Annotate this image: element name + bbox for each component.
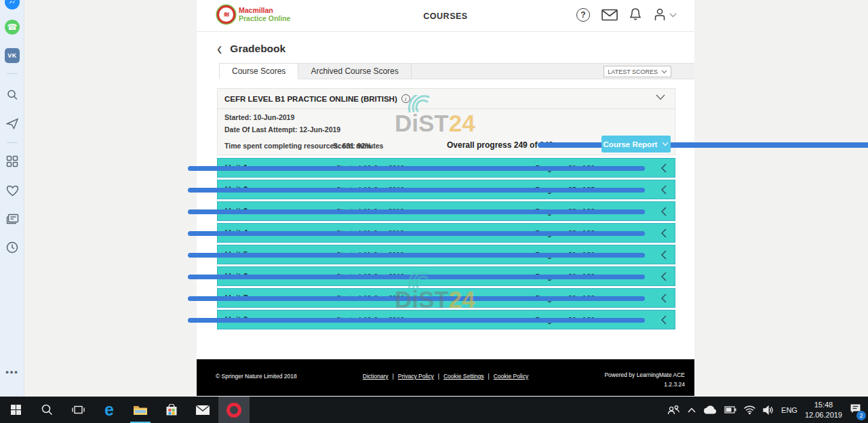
browser-viewport: ≋ Macmillan Practice Online COURSES ? — [24, 0, 868, 397]
chevron-left-icon[interactable] — [661, 315, 667, 325]
back-icon[interactable]: ‹ — [217, 41, 222, 58]
wifi-icon[interactable] — [744, 405, 755, 414]
vk-icon[interactable]: VK — [0, 47, 24, 64]
chevron-left-icon[interactable] — [661, 294, 667, 303]
whatsapp-icon[interactable]: ☎ — [0, 19, 24, 35]
site-header: ≋ Macmillan Practice Online COURSES ? — [197, 0, 694, 32]
start-icon[interactable] — [0, 397, 31, 423]
tab-strip: Course Scores Archived Course Scores LAT… — [219, 63, 694, 79]
news-icon[interactable] — [0, 211, 24, 227]
unit-row[interactable]: Unit 1 Started:10-Jun-2019 Progress 31 o… — [217, 158, 675, 178]
sidebar-divider — [7, 142, 18, 143]
unit-row[interactable]: Unit 3 Started:11-Jun-2019 Progress 32 o… — [217, 201, 675, 221]
tray-time: 15:48 — [805, 400, 842, 410]
task-view-icon[interactable] — [62, 397, 94, 423]
course-panel-header[interactable]: CEFR LEVEL B1 PRACTICE ONLINE (BRITISH) … — [218, 89, 675, 109]
opera-icon[interactable] — [218, 397, 250, 423]
unit-progress-bar — [188, 318, 645, 323]
people-icon[interactable] — [667, 405, 680, 415]
footer-link-cookie-settings[interactable]: Cookie Settings — [443, 373, 484, 380]
course-score: Score: 92% — [333, 142, 372, 150]
file-explorer-icon[interactable] — [125, 397, 156, 423]
latest-scores-dropdown[interactable]: LATEST SCORES — [604, 66, 671, 77]
system-tray: ENG 15:48 12.06.2019 2 — [667, 397, 868, 423]
notifications-icon[interactable] — [629, 7, 642, 22]
action-center-icon[interactable]: 2 — [850, 403, 861, 417]
unit-progress-bar — [188, 296, 645, 301]
unit-progress-bar — [188, 231, 645, 236]
tray-date: 12.06.2019 — [805, 410, 842, 420]
page-title: Gradebook — [230, 43, 285, 55]
header-icons: ? — [576, 7, 677, 22]
chevron-left-icon[interactable] — [661, 185, 667, 195]
tab-archived-course-scores[interactable]: Archived Course Scores — [298, 64, 411, 79]
windows-taskbar: e — [0, 397, 868, 423]
footer-link-dictionary[interactable]: Dictionary — [363, 373, 389, 380]
mail-app-icon[interactable] — [187, 397, 218, 423]
unit-row[interactable]: Unit 8 Started:12-Jun-2019 Progress 30 o… — [217, 310, 675, 329]
messenger-icon[interactable] — [0, 0, 24, 10]
chevron-left-icon[interactable] — [661, 272, 667, 281]
more-icon[interactable]: ••• — [0, 363, 24, 380]
gradebook-heading: ‹ Gradebook — [217, 42, 285, 56]
overall-progress-bar — [538, 142, 868, 148]
chevron-down-icon[interactable] — [656, 94, 665, 100]
unit-progress-bar — [188, 253, 645, 258]
course-details: Started: 10-Jun-2019 Date Of Last Attemp… — [218, 109, 675, 155]
bookmarks-icon[interactable] — [0, 182, 24, 199]
unit-row[interactable]: Unit 7 Started:12-Jun-2019 Progress 32 o… — [217, 288, 675, 308]
course-title: CEFR LEVEL B1 PRACTICE ONLINE (BRITISH) — [224, 95, 397, 103]
store-icon[interactable] — [156, 397, 187, 423]
chevron-left-icon[interactable] — [661, 228, 667, 238]
opera-sidebar: ☎ VK ••• — [0, 0, 24, 397]
edge-icon[interactable]: e — [94, 397, 125, 423]
course-panel: CEFR LEVEL B1 PRACTICE ONLINE (BRITISH) … — [217, 88, 675, 155]
clock[interactable]: 15:48 12.06.2019 — [805, 400, 842, 420]
battery-icon[interactable] — [724, 406, 736, 414]
unit-row[interactable]: Unit 4 Started:11-Jun-2019 Progress 28 o… — [217, 223, 675, 243]
course-report-button[interactable]: Course Report — [601, 136, 671, 153]
units-list: Unit 1 Started:10-Jun-2019 Progress 31 o… — [217, 158, 675, 331]
search-icon[interactable] — [0, 87, 24, 103]
volume-icon[interactable] — [763, 405, 774, 415]
chevron-left-icon[interactable] — [661, 250, 667, 260]
unit-progress-bar — [188, 166, 645, 171]
sidebar-divider — [7, 73, 18, 74]
account-icon[interactable] — [653, 7, 677, 22]
powered-by: Powered by LearningMate ACE 1.2.3.24 — [604, 371, 685, 389]
course-last-attempt: Date Of Last Attempt: 12-Jun-2019 — [224, 125, 340, 134]
onedrive-cloud-icon[interactable] — [703, 405, 717, 414]
notification-badge: 2 — [856, 411, 866, 420]
chevron-left-icon[interactable] — [661, 207, 667, 216]
taskbar-search-icon[interactable] — [31, 397, 62, 423]
unit-row[interactable]: Unit 2 Started:10-Jun-2019 Progress 35 o… — [217, 180, 675, 199]
my-flow-icon[interactable] — [0, 115, 24, 132]
info-icon[interactable]: i — [401, 94, 410, 103]
history-icon[interactable] — [0, 239, 24, 256]
screen: ☎ VK ••• ≋ — [0, 0, 868, 423]
unit-progress-bar — [188, 275, 645, 279]
unit-row[interactable]: Unit 6 Started:12-Jun-2019 Progress 30 o… — [217, 266, 675, 286]
language-indicator[interactable]: ENG — [781, 406, 797, 414]
chevron-down-icon — [661, 70, 667, 74]
tray-chevron-icon[interactable] — [688, 407, 696, 413]
help-icon[interactable]: ? — [576, 8, 590, 22]
chevron-left-icon[interactable] — [661, 163, 667, 173]
unit-row[interactable]: Unit 5 Started:11-Jun-2019 Progress 31 o… — [217, 245, 675, 264]
page-footer: © Springer Nature Limited 2018 Dictionar… — [197, 359, 694, 396]
unit-progress-bar — [188, 209, 645, 214]
speed-dial-icon[interactable] — [0, 153, 24, 169]
chevron-down-icon — [662, 142, 669, 146]
mail-icon[interactable] — [601, 9, 618, 21]
version: 1.2.3.24 — [604, 380, 685, 390]
unit-progress-bar — [188, 188, 645, 193]
tab-course-scores[interactable]: Course Scores — [219, 63, 298, 79]
footer-link-privacy-policy[interactable]: Privacy Policy — [398, 373, 434, 380]
latest-scores-value: LATEST SCORES — [608, 68, 658, 75]
course-started: Started: 10-Jun-2019 — [224, 113, 294, 121]
page-column: ≋ Macmillan Practice Online COURSES ? — [197, 0, 694, 397]
footer-link-cookie-policy[interactable]: Cookie Policy — [494, 373, 529, 380]
